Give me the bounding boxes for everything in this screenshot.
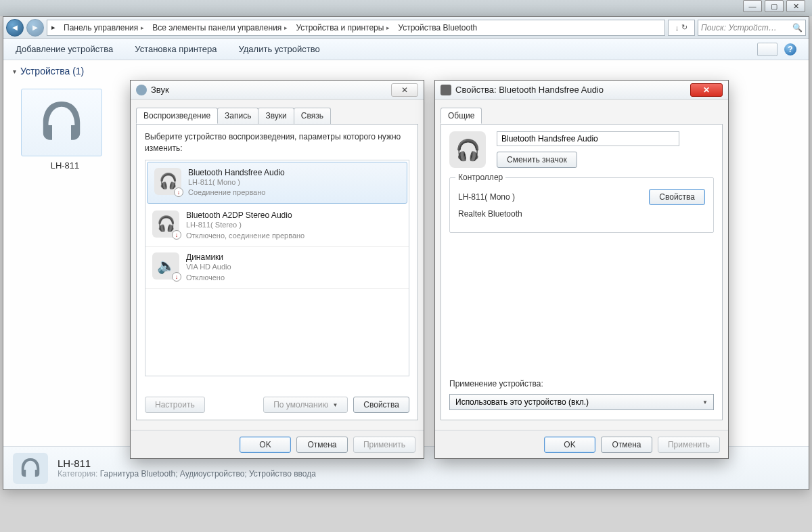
- tab-comm[interactable]: Связь: [294, 108, 331, 124]
- devices-section-label: Устройства (1): [20, 66, 84, 76]
- crumb-devices[interactable]: Устройства и принтеры: [296, 23, 384, 32]
- crumb-cp[interactable]: Панель управления: [64, 23, 138, 32]
- device-row-status: Отключено: [186, 273, 231, 283]
- device-row[interactable]: 🎧↓ Bluetooth A2DP Stereo Audio LH-811( S…: [145, 205, 409, 247]
- details-category-value: Гарнитура Bluetooth; Аудиоустройство; Ус…: [100, 469, 316, 479]
- sound-tabstrip: Воспроизведение Запись Звуки Связь: [136, 108, 418, 124]
- playback-device-list[interactable]: 🎧↓ Bluetooth Handsfree Audio LH-811( Mon…: [145, 160, 409, 376]
- view-options-button[interactable]: [757, 43, 777, 56]
- address-refresh[interactable]: ↓ ↻: [668, 20, 695, 36]
- ok-button[interactable]: OK: [544, 437, 595, 453]
- sound-tabpane: Выберите устройство воспроизведения, пар…: [136, 124, 418, 420]
- window-maximize-button[interactable]: ▢: [765, 0, 784, 12]
- remove-device-cmd[interactable]: Удалить устройство: [239, 44, 320, 54]
- device-row-sub: LH-811( Stereo ): [186, 220, 304, 230]
- devices-section-header[interactable]: Устройства (1): [3, 60, 809, 82]
- sound-dialog-close-button[interactable]: ✕: [391, 83, 418, 97]
- device-row[interactable]: 🎧↓ Bluetooth Handsfree Audio LH-811( Mon…: [147, 162, 407, 204]
- device-usage-select[interactable]: Использовать это устройство (вкл.): [449, 394, 714, 410]
- device-usage-value: Использовать это устройство (вкл.): [455, 397, 589, 407]
- controller-line2: Realtek Bluetooth: [458, 209, 522, 219]
- controller-fieldset: Контроллер LH-811( Mono ) Свойства Realt…: [449, 177, 714, 233]
- properties-tabstrip: Общие: [441, 108, 723, 124]
- search-input[interactable]: Поиск: Устройст… 🔍: [698, 20, 806, 36]
- device-row-name: Bluetooth Handsfree Audio: [188, 168, 285, 177]
- headphones-icon: 🎧↓: [154, 168, 181, 195]
- window-minimize-button[interactable]: —: [743, 0, 762, 12]
- device-row-name: Bluetooth A2DP Stereo Audio: [186, 210, 304, 220]
- search-icon: 🔍: [792, 23, 803, 32]
- add-device-cmd[interactable]: Добавление устройства: [16, 44, 113, 54]
- device-tile-label: LH-811: [21, 160, 109, 171]
- taskbar-hint: — ▢ ✕: [0, 0, 812, 16]
- device-tile[interactable]: LH-811: [21, 89, 109, 171]
- cancel-button[interactable]: Отмена: [296, 437, 348, 453]
- search-placeholder: Поиск: Устройст…: [701, 23, 777, 32]
- apply-button[interactable]: Применить: [353, 437, 415, 453]
- tab-playback[interactable]: Воспроизведение: [136, 108, 218, 124]
- down-badge-icon: ↓: [174, 187, 183, 197]
- properties-dialog-footer: OK Отмена Применить: [435, 430, 728, 458]
- controller-line1: LH-811( Mono ): [458, 192, 515, 202]
- device-row-name: Динамики: [186, 252, 231, 262]
- device-large-icon: 🎧: [449, 131, 486, 168]
- crumb-all[interactable]: Все элементы панели управления: [152, 23, 281, 32]
- properties-dialog-icon: [441, 85, 451, 95]
- tab-sounds[interactable]: Звуки: [258, 108, 294, 124]
- details-title: LH-811: [58, 458, 316, 469]
- tab-record[interactable]: Запись: [217, 108, 258, 124]
- apply-button[interactable]: Применить: [658, 437, 720, 453]
- properties-button[interactable]: Свойства: [353, 397, 409, 413]
- properties-tabpane: 🎧 Сменить значок Контроллер LH-811( Mono…: [441, 124, 723, 420]
- device-row-status: Отключено, соединение прервано: [186, 231, 304, 241]
- sound-dialog-titlebar[interactable]: Звук ✕: [131, 81, 424, 99]
- help-icon[interactable]: ?: [784, 43, 796, 56]
- breadcrumb[interactable]: ▸ Панель управления▸ Все элементы панели…: [47, 20, 665, 36]
- down-badge-icon: ↓: [172, 272, 181, 282]
- headphones-icon: 🎧↓: [152, 210, 179, 238]
- controller-legend: Контроллер: [455, 173, 505, 182]
- change-icon-button[interactable]: Сменить значок: [497, 152, 577, 168]
- sound-dialog-icon: [136, 85, 147, 95]
- device-row-sub: LH-811( Mono ): [188, 177, 285, 187]
- nav-back-button[interactable]: ◄: [6, 19, 24, 37]
- device-row-sub: VIA HD Audio: [186, 262, 231, 272]
- sound-hint: Выберите устройство воспроизведения, пар…: [145, 131, 409, 154]
- nav-forward-button[interactable]: ►: [26, 19, 44, 37]
- refresh-down-icon: ↓: [675, 24, 679, 32]
- bluetooth-headset-icon: [35, 99, 89, 146]
- device-usage-label: Применение устройства:: [449, 379, 543, 389]
- device-name-input[interactable]: [497, 131, 679, 146]
- sound-dialog-footer: OK Отмена Применить: [131, 430, 424, 458]
- add-printer-cmd[interactable]: Установка принтера: [135, 44, 217, 54]
- cancel-button[interactable]: Отмена: [601, 437, 652, 453]
- speaker-icon: 🔈↓: [152, 252, 179, 280]
- address-bar: ◄ ► ▸ Панель управления▸ Все элементы па…: [3, 17, 809, 39]
- device-row[interactable]: 🔈↓ Динамики VIA HD Audio Отключено: [145, 247, 409, 289]
- properties-dialog: Свойства: Bluetooth Handsfree Audio ✕ Об…: [434, 80, 729, 459]
- down-badge-icon: ↓: [172, 230, 181, 240]
- window-close-button[interactable]: ✕: [786, 0, 805, 12]
- properties-dialog-titlebar[interactable]: Свойства: Bluetooth Handsfree Audio ✕: [435, 81, 728, 99]
- configure-button[interactable]: Настроить: [145, 397, 205, 413]
- details-thumb-icon: [13, 453, 48, 484]
- sound-dialog-title: Звук: [151, 85, 169, 95]
- controller-properties-button[interactable]: Свойства: [649, 189, 705, 205]
- refresh-icon: ↻: [681, 23, 687, 32]
- device-row-status: Соединение прервано: [188, 187, 285, 198]
- details-category-label: Категория:: [58, 469, 97, 479]
- properties-dialog-close-button[interactable]: ✕: [690, 83, 723, 97]
- sound-dialog: Звук ✕ Воспроизведение Запись Звуки Связ…: [130, 80, 424, 459]
- command-bar: Добавление устройства Установка принтера…: [3, 39, 809, 60]
- device-tile-icon: [21, 89, 102, 156]
- set-default-button[interactable]: По умолчанию: [263, 397, 348, 413]
- tab-general[interactable]: Общие: [441, 108, 482, 124]
- properties-dialog-title: Свойства: Bluetooth Handsfree Audio: [455, 85, 604, 95]
- ok-button[interactable]: OK: [240, 437, 291, 453]
- crumb-bluetooth[interactable]: Устройства Bluetooth: [398, 23, 477, 32]
